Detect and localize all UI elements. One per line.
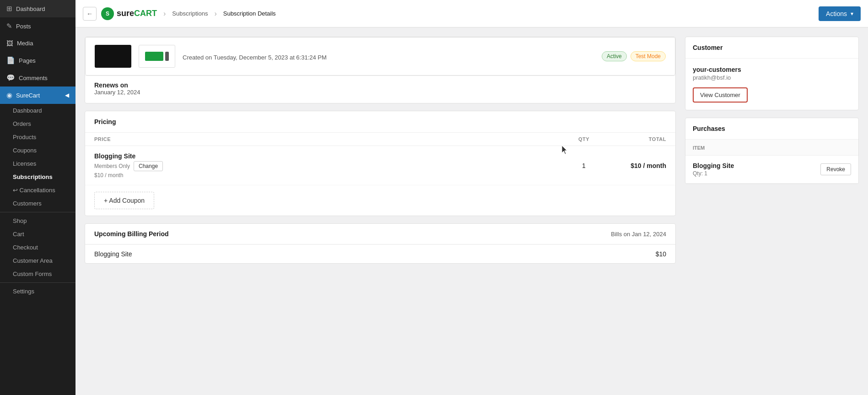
add-coupon-area: + Add Coupon xyxy=(85,185,675,216)
sidebar-item-custom-forms[interactable]: Custom Forms xyxy=(0,267,75,281)
sidebar-sub-label: Customers xyxy=(13,200,42,207)
created-date: Created on Tuesday, December 5, 2023 at … xyxy=(183,54,594,61)
item-col-label: ITEM xyxy=(693,145,705,151)
billing-card: Upcoming Billing Period Bills on Jan 12,… xyxy=(85,223,676,264)
col-qty-header: QTY xyxy=(556,136,611,142)
sidebar-item-shop[interactable]: Shop xyxy=(0,214,75,227)
header-card-inner: Created on Tuesday, December 5, 2023 at … xyxy=(85,37,675,76)
sidebar-sub-label: Subscriptions xyxy=(13,173,53,180)
actions-chevron-icon: ▾ xyxy=(851,11,853,17)
surecart-icon: ◉ xyxy=(6,91,12,99)
sidebar-sub-label: Orders xyxy=(13,120,31,127)
sidebar-item-media[interactable]: 🖼 Media xyxy=(0,35,75,52)
renews-date: January 12, 2024 xyxy=(94,89,666,96)
main-area: ← S sureCART › Subscriptions › Subscript… xyxy=(75,0,868,395)
sidebar-item-dashboard[interactable]: ⊞ Dashboard xyxy=(0,0,75,17)
sidebar-sub-label: Customer Area xyxy=(13,257,53,264)
sidebar-item-pages[interactable]: 📄 Pages xyxy=(0,52,75,69)
renews-section: Renews on January 12, 2024 xyxy=(85,76,675,103)
subscription-thumbnail-green xyxy=(139,45,175,68)
breadcrumb-subscriptions[interactable]: Subscriptions xyxy=(172,10,208,17)
sidebar: ⊞ Dashboard ✎ Posts 🖼 Media 📄 Pages 💬 Co… xyxy=(0,0,75,395)
sidebar-item-cart[interactable]: Cart xyxy=(0,227,75,241)
sidebar-item-sc-subscriptions[interactable]: Subscriptions xyxy=(0,170,75,184)
qty-value: 1 xyxy=(556,162,611,169)
sidebar-item-sc-orders[interactable]: Orders xyxy=(0,117,75,130)
back-button[interactable]: ← xyxy=(83,7,97,21)
pricing-card: Pricing PRICE QTY TOTAL Blogging Site Me… xyxy=(85,111,676,216)
col-total-header: TOTAL xyxy=(611,136,666,142)
purchases-card: Purchases ITEM Blogging Site Qty: 1 Revo… xyxy=(685,118,859,184)
add-coupon-button[interactable]: + Add Coupon xyxy=(94,192,154,209)
purchases-title: Purchases xyxy=(693,125,725,132)
sidebar-sub-label: Settings xyxy=(13,288,34,295)
change-button[interactable]: Change xyxy=(134,161,163,171)
subscription-thumbnail-dark xyxy=(95,45,131,68)
price-desc: Members Only Change xyxy=(94,161,556,171)
sidebar-item-label: Media xyxy=(17,40,33,47)
total-value: $10 / month xyxy=(611,162,666,169)
dashboard-icon: ⊞ xyxy=(6,5,12,13)
sidebar-item-sc-products[interactable]: Products xyxy=(0,130,75,144)
testmode-badge: Test Mode xyxy=(631,51,666,61)
right-panel: Customer your-customers pratikh@bsf.io V… xyxy=(685,37,859,386)
pricing-header: Pricing xyxy=(85,111,675,133)
sidebar-item-sc-customers[interactable]: Customers xyxy=(0,197,75,210)
customer-name: your-customers xyxy=(693,66,851,73)
price-amount: $10 / month xyxy=(94,172,556,179)
actions-button[interactable]: Actions ▾ xyxy=(819,6,861,21)
sidebar-sub-label: Shop xyxy=(13,217,27,224)
sidebar-item-comments[interactable]: 💬 Comments xyxy=(0,69,75,87)
sidebar-item-sc-cancellations[interactable]: ↩ Cancellations xyxy=(0,184,75,197)
sidebar-item-label: Pages xyxy=(19,57,36,64)
sidebar-item-label: Posts xyxy=(16,23,31,30)
back-arrow-icon: ← xyxy=(86,10,93,17)
comments-icon: 💬 xyxy=(6,74,15,82)
sidebar-sub-label: Checkout xyxy=(13,244,38,251)
purchase-qty: Qty: 1 xyxy=(693,170,734,177)
pricing-row: Blogging Site Members Only Change $10 / … xyxy=(85,146,675,185)
billing-item-value: $10 xyxy=(656,250,666,258)
purchases-item-header: ITEM xyxy=(685,140,858,156)
sidebar-sub-label: Licenses xyxy=(13,160,36,167)
sidebar-item-sc-dashboard[interactable]: Dashboard xyxy=(0,104,75,117)
sidebar-item-checkout[interactable]: Checkout xyxy=(0,241,75,254)
sidebar-sub-label: Cart xyxy=(13,231,24,238)
price-info: Blogging Site Members Only Change $10 / … xyxy=(94,152,556,179)
sidebar-item-settings[interactable]: Settings xyxy=(0,285,75,298)
dark-bar-decoration xyxy=(165,52,169,61)
sidebar-sub-label: Products xyxy=(13,134,36,141)
customer-email: pratikh@bsf.io xyxy=(693,74,851,81)
billing-item-label: Blogging Site xyxy=(94,250,132,258)
breadcrumb-sep-1: › xyxy=(163,10,166,18)
customer-card-body: your-customers pratikh@bsf.io View Custo… xyxy=(685,59,858,110)
sidebar-item-label: Dashboard xyxy=(16,5,45,12)
purchase-row: Blogging Site Qty: 1 Revoke xyxy=(685,156,858,184)
sidebar-item-surecart[interactable]: ◉ SureCart ◀ xyxy=(0,87,75,104)
media-icon: 🖼 xyxy=(6,39,13,47)
active-badge: Active xyxy=(602,51,627,61)
billing-date: Bills on Jan 12, 2024 xyxy=(611,231,666,238)
revoke-button[interactable]: Revoke xyxy=(820,163,851,175)
sidebar-item-customer-area[interactable]: Customer Area xyxy=(0,254,75,267)
purchases-card-header: Purchases xyxy=(685,118,858,140)
subscription-header-card: Created on Tuesday, December 5, 2023 at … xyxy=(85,37,676,103)
sidebar-item-posts[interactable]: ✎ Posts xyxy=(0,17,75,35)
sidebar-sub-label: Coupons xyxy=(13,147,37,154)
sidebar-item-label: Comments xyxy=(19,75,48,81)
customer-card-header: Customer xyxy=(685,37,858,59)
purchase-info: Blogging Site Qty: 1 xyxy=(693,162,734,177)
renews-label: Renews on xyxy=(94,81,666,89)
view-customer-button[interactable]: View Customer xyxy=(693,87,748,103)
logo-icon: S xyxy=(101,7,114,20)
customer-title: Customer xyxy=(693,44,722,51)
green-bar-decoration xyxy=(145,52,163,61)
billing-header: Upcoming Billing Period Bills on Jan 12,… xyxy=(85,224,675,244)
content-area: Created on Tuesday, December 5, 2023 at … xyxy=(75,27,868,395)
pricing-cols-header: PRICE QTY TOTAL xyxy=(85,133,675,146)
sidebar-sub-label: Custom Forms xyxy=(13,271,52,277)
billing-row: Blogging Site $10 xyxy=(85,244,675,263)
sidebar-item-sc-licenses[interactable]: Licenses xyxy=(0,157,75,170)
actions-label: Actions xyxy=(826,10,847,17)
sidebar-item-sc-coupons[interactable]: Coupons xyxy=(0,144,75,157)
